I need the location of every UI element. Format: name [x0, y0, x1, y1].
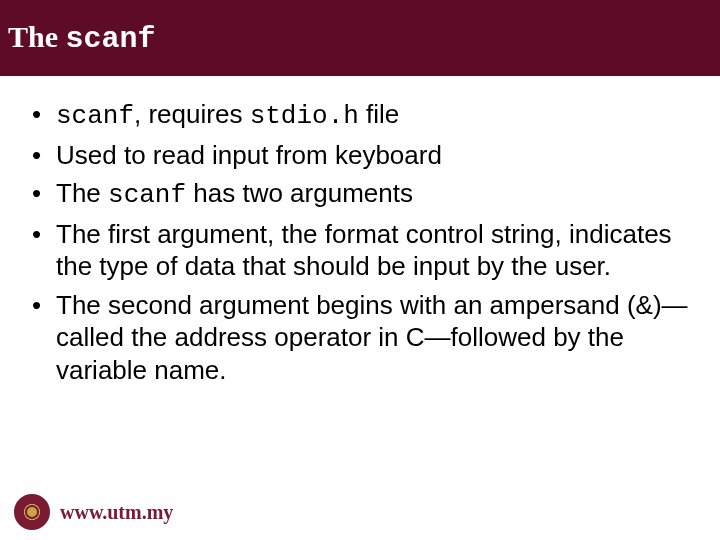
- slide-content: scanf, requires stdio.h file Used to rea…: [0, 76, 720, 386]
- slide-header: The scanf: [0, 0, 720, 76]
- slide-title: The scanf: [8, 20, 156, 56]
- body-text: file: [359, 99, 399, 129]
- code-text: stdio.h: [250, 101, 359, 131]
- body-text: has two arguments: [186, 178, 413, 208]
- list-item: The second argument begins with an amper…: [28, 289, 706, 387]
- code-text: scanf: [56, 101, 134, 131]
- title-code: scanf: [66, 22, 156, 56]
- bullet-list: scanf, requires stdio.h file Used to rea…: [28, 98, 706, 386]
- body-text: Used to read input from keyboard: [56, 140, 442, 170]
- list-item: The first argument, the format control s…: [28, 218, 706, 283]
- slide-footer: www.utm.my: [14, 494, 173, 530]
- code-text: scanf: [108, 180, 186, 210]
- list-item: The scanf has two arguments: [28, 177, 706, 212]
- body-text: The: [56, 178, 108, 208]
- footer-url: www.utm.my: [60, 501, 173, 524]
- utm-logo-icon: [14, 494, 50, 530]
- title-prefix: The: [8, 20, 66, 53]
- list-item: Used to read input from keyboard: [28, 139, 706, 172]
- body-text: , requires: [134, 99, 250, 129]
- list-item: scanf, requires stdio.h file: [28, 98, 706, 133]
- body-text: The first argument, the format control s…: [56, 219, 672, 282]
- body-text: The second argument begins with an amper…: [56, 290, 688, 385]
